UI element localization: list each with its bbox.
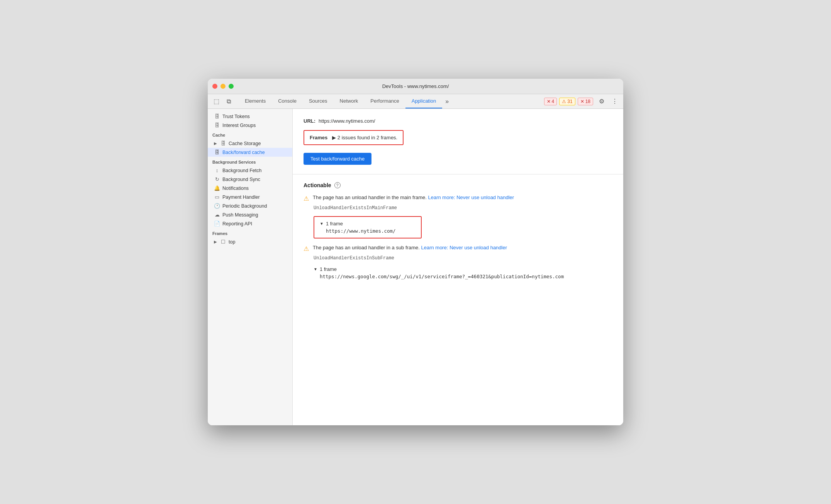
- frame-collapse-icon-1: ▼: [320, 222, 324, 226]
- issue-link-1[interactable]: Learn more: Never use unload handler: [428, 194, 514, 200]
- warning-badge[interactable]: ⚠ 31: [559, 98, 575, 105]
- sidebar-label-back-forward-cache: Back/forward cache: [222, 150, 265, 155]
- issue-description-1: The page has an unload handler in the ma…: [313, 194, 427, 200]
- help-icon[interactable]: ?: [334, 182, 341, 188]
- sidebar-label-interest-groups: Interest Groups: [222, 123, 256, 128]
- actionable-title: Actionable: [304, 182, 331, 188]
- cloud-icon: ☁: [214, 212, 220, 218]
- frame-url-2: https://news.google.com/swg/_/ui/v1/serv…: [320, 274, 564, 279]
- sidebar-label-trust-tokens: Trust Tokens: [222, 114, 250, 119]
- cache-db-icon: 🗄: [220, 140, 226, 146]
- issue-text-1: The page has an unload handler in the ma…: [313, 194, 612, 200]
- sidebar-label-notifications: Notifications: [222, 186, 249, 191]
- frame-item-2[interactable]: ▼ 1 frame: [314, 266, 564, 272]
- sidebar-item-trust-tokens[interactable]: 🗄 Trust Tokens: [208, 112, 292, 121]
- settings-icon[interactable]: ⚙: [596, 96, 607, 107]
- sidebar-item-reporting-api[interactable]: 📄 Reporting API: [208, 219, 292, 228]
- frames-issues-box[interactable]: Frames ▶ 2 issues found in 2 frames.: [304, 130, 404, 145]
- cache-section-label: Cache: [208, 130, 292, 139]
- issue-row-1: ⚠ The page has an unload handler in the …: [304, 194, 612, 202]
- frame-url-1: https://www.nytimes.com/: [326, 228, 416, 234]
- sidebar-item-push-messaging[interactable]: ☁ Push Messaging: [208, 210, 292, 219]
- sidebar-item-notifications[interactable]: 🔔 Notifications: [208, 184, 292, 193]
- sidebar-item-background-sync[interactable]: ↻ Background Sync: [208, 175, 292, 184]
- error-icon: ✕: [547, 99, 551, 104]
- warning-count: 31: [567, 99, 572, 104]
- bell-icon: 🔔: [214, 185, 220, 191]
- toolbar-icons: ⬚ ⧉: [211, 96, 234, 107]
- frame-label-2: 1 frame: [320, 266, 337, 272]
- report-icon: 📄: [214, 221, 220, 227]
- issue-code-1: UnloadHandlerExistsInMainFrame: [314, 205, 612, 211]
- clock-icon: 🕐: [214, 203, 220, 209]
- device-icon[interactable]: ⧉: [223, 96, 234, 107]
- tab-performance[interactable]: Performance: [364, 94, 405, 108]
- test-cache-button[interactable]: Test back/forward cache: [304, 153, 371, 165]
- sidebar: 🗄 Trust Tokens 🗄 Interest Groups Cache ▶…: [208, 109, 293, 425]
- tab-sources[interactable]: Sources: [303, 94, 334, 108]
- sidebar-item-payment-handler[interactable]: ▭ Payment Handler: [208, 193, 292, 201]
- frame-item-1[interactable]: ▼ 1 frame: [320, 221, 416, 227]
- frames-section-label: Frames: [208, 228, 292, 237]
- frame-collapse-icon-2: ▼: [314, 267, 317, 271]
- error-count: 4: [552, 99, 555, 104]
- sidebar-item-background-fetch[interactable]: ↕ Background Fetch: [208, 166, 292, 175]
- issue-link-2[interactable]: Learn more: Never use unload handler: [421, 245, 507, 250]
- sidebar-label-background-sync: Background Sync: [222, 177, 260, 182]
- window-title: DevTools - www.nytimes.com/: [382, 83, 449, 89]
- database-icon: 🗄: [214, 113, 220, 119]
- sidebar-label-top: top: [229, 239, 235, 245]
- frames-arrow-icon: ▶: [214, 240, 217, 244]
- minimize-button[interactable]: [220, 84, 226, 89]
- frame-icon: ☐: [220, 239, 226, 245]
- warning-circle-icon-1: ⚠: [304, 195, 309, 202]
- back-forward-db-icon: 🗄: [214, 149, 220, 155]
- section-divider: [293, 174, 623, 174]
- issue-text-2: The page has an unload handler in a sub …: [313, 245, 612, 250]
- url-row: URL: https://www.nytimes.com/: [304, 118, 612, 124]
- more-options-icon[interactable]: ⋮: [609, 96, 620, 107]
- sidebar-item-cache-storage[interactable]: ▶ 🗄 Cache Storage: [208, 139, 292, 148]
- maximize-button[interactable]: [229, 84, 234, 89]
- warning-icon: ⚠: [562, 99, 566, 104]
- sidebar-label-reporting-api: Reporting API: [222, 221, 252, 227]
- warning-circle-icon-2: ⚠: [304, 245, 309, 252]
- frames-box-label: Frames: [310, 135, 327, 140]
- tab-list: Elements Console Sources Network Perform…: [239, 94, 544, 108]
- more-tabs-icon[interactable]: »: [442, 94, 452, 108]
- tab-console[interactable]: Console: [272, 94, 303, 108]
- actionable-header: Actionable ?: [304, 182, 612, 188]
- sidebar-label-background-fetch: Background Fetch: [222, 168, 261, 173]
- frame-box-1: ▼ 1 frame https://www.nytimes.com/: [314, 216, 422, 238]
- sidebar-label-payment-handler: Payment Handler: [222, 194, 260, 200]
- sidebar-item-interest-groups[interactable]: 🗄 Interest Groups: [208, 121, 292, 130]
- traffic-lights: [212, 84, 234, 89]
- sidebar-item-frames-top[interactable]: ▶ ☐ top: [208, 237, 292, 246]
- arrow-right-icon: ▶: [214, 141, 217, 145]
- info-count: 18: [585, 99, 590, 104]
- database-icon: 🗄: [214, 122, 220, 128]
- tab-network[interactable]: Network: [334, 94, 365, 108]
- info-badge[interactable]: ✕ 18: [578, 98, 593, 105]
- background-services-label: Background Services: [208, 157, 292, 166]
- sync-icon: ↻: [214, 176, 220, 182]
- frame-label-1: 1 frame: [326, 221, 343, 227]
- main-layout: 🗄 Trust Tokens 🗄 Interest Groups Cache ▶…: [208, 109, 623, 425]
- info-icon: ✕: [580, 99, 584, 104]
- titlebar: DevTools - www.nytimes.com/: [208, 79, 623, 94]
- error-badge[interactable]: ✕ 4: [544, 98, 557, 105]
- sidebar-item-periodic-background[interactable]: 🕐 Periodic Background: [208, 201, 292, 210]
- frames-issues-text: ▶ 2 issues found in 2 frames.: [332, 135, 397, 140]
- payment-icon: ▭: [214, 194, 220, 200]
- sidebar-item-back-forward-cache[interactable]: 🗄 Back/forward cache: [208, 148, 292, 157]
- issue-description-2: The page has an unload handler in a sub …: [313, 245, 420, 250]
- cursor-icon[interactable]: ⬚: [211, 96, 222, 107]
- url-label: URL:: [304, 118, 315, 124]
- close-button[interactable]: [212, 84, 217, 89]
- error-badges: ✕ 4 ⚠ 31 ✕ 18: [544, 98, 593, 105]
- tab-elements[interactable]: Elements: [239, 94, 272, 108]
- devtools-window: DevTools - www.nytimes.com/ ⬚ ⧉ Elements…: [208, 79, 623, 425]
- tab-application[interactable]: Application: [405, 94, 443, 108]
- toolbar-right: ⚙ ⋮: [596, 96, 620, 107]
- main-content: URL: https://www.nytimes.com/ Frames ▶ 2…: [293, 109, 623, 425]
